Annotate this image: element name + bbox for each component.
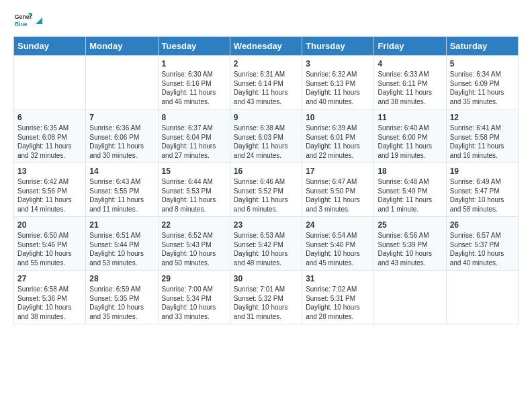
calendar-table: SundayMondayTuesdayWednesdayThursdayFrid… (13, 36, 519, 324)
day-cell: 2Sunrise: 6:31 AMSunset: 6:14 PMDaylight… (230, 56, 302, 109)
day-number: 4 (378, 59, 442, 68)
day-cell: 1Sunrise: 6:30 AMSunset: 6:16 PMDaylight… (158, 56, 230, 109)
day-number: 19 (450, 167, 515, 176)
day-number: 2 (234, 59, 298, 68)
day-cell: 6Sunrise: 6:35 AMSunset: 6:08 PMDaylight… (14, 109, 86, 163)
day-info: Sunrise: 6:53 AMSunset: 5:42 PMDaylight:… (234, 231, 298, 267)
day-info: Sunrise: 6:34 AMSunset: 6:09 PMDaylight:… (450, 70, 515, 106)
weekday-header-monday: Monday (86, 37, 158, 56)
day-info: Sunrise: 6:32 AMSunset: 6:13 PMDaylight:… (306, 70, 370, 106)
day-info: Sunrise: 6:59 AMSunset: 5:35 PMDaylight:… (89, 285, 154, 321)
day-info: Sunrise: 6:52 AMSunset: 5:43 PMDaylight:… (162, 231, 226, 267)
day-number: 26 (450, 220, 515, 230)
weekday-header-tuesday: Tuesday (158, 37, 230, 56)
day-cell: 13Sunrise: 6:42 AMSunset: 5:56 PMDayligh… (14, 163, 86, 217)
day-cell: 11Sunrise: 6:40 AMSunset: 6:00 PMDayligh… (374, 109, 446, 163)
day-number: 28 (89, 274, 154, 283)
day-number: 31 (306, 274, 370, 283)
day-number: 29 (162, 274, 226, 283)
day-cell: 15Sunrise: 6:44 AMSunset: 5:53 PMDayligh… (158, 163, 230, 217)
day-number: 15 (162, 167, 226, 176)
day-info: Sunrise: 6:58 AMSunset: 5:36 PMDaylight:… (17, 285, 82, 321)
day-info: Sunrise: 6:42 AMSunset: 5:56 PMDaylight:… (17, 177, 82, 214)
day-info: Sunrise: 7:00 AMSunset: 5:34 PMDaylight:… (162, 285, 226, 321)
day-cell: 14Sunrise: 6:43 AMSunset: 5:55 PMDayligh… (86, 163, 158, 217)
day-cell: 16Sunrise: 6:46 AMSunset: 5:52 PMDayligh… (230, 163, 302, 217)
weekday-header-sunday: Sunday (14, 37, 86, 56)
day-cell: 26Sunrise: 6:57 AMSunset: 5:37 PMDayligh… (446, 217, 518, 271)
day-number: 13 (17, 167, 82, 176)
day-cell: 30Sunrise: 7:01 AMSunset: 5:32 PMDayligh… (230, 271, 302, 324)
day-info: Sunrise: 6:37 AMSunset: 6:04 PMDaylight:… (162, 124, 226, 160)
day-info: Sunrise: 6:50 AMSunset: 5:46 PMDaylight:… (17, 231, 82, 267)
day-info: Sunrise: 6:39 AMSunset: 6:01 PMDaylight:… (306, 124, 370, 160)
day-cell: 31Sunrise: 7:02 AMSunset: 5:31 PMDayligh… (302, 271, 374, 324)
day-info: Sunrise: 6:47 AMSunset: 5:50 PMDaylight:… (306, 177, 370, 214)
day-info: Sunrise: 6:48 AMSunset: 5:49 PMDaylight:… (378, 177, 442, 214)
week-row-4: 20Sunrise: 6:50 AMSunset: 5:46 PMDayligh… (14, 217, 519, 271)
day-info: Sunrise: 7:02 AMSunset: 5:31 PMDaylight:… (306, 285, 370, 321)
svg-marker-4 (36, 17, 42, 24)
day-number: 6 (17, 113, 82, 122)
weekday-header-saturday: Saturday (446, 37, 518, 56)
day-cell (374, 271, 446, 324)
day-cell: 8Sunrise: 6:37 AMSunset: 6:04 PMDaylight… (158, 109, 230, 163)
day-cell: 9Sunrise: 6:38 AMSunset: 6:03 PMDaylight… (230, 109, 302, 163)
day-number: 5 (450, 59, 515, 68)
day-cell: 25Sunrise: 6:56 AMSunset: 5:39 PMDayligh… (374, 217, 446, 271)
day-cell: 21Sunrise: 6:51 AMSunset: 5:44 PMDayligh… (86, 217, 158, 271)
day-info: Sunrise: 6:31 AMSunset: 6:14 PMDaylight:… (234, 70, 298, 106)
day-info: Sunrise: 7:01 AMSunset: 5:32 PMDaylight:… (234, 285, 298, 321)
day-cell: 24Sunrise: 6:54 AMSunset: 5:40 PMDayligh… (302, 217, 374, 271)
day-cell: 18Sunrise: 6:48 AMSunset: 5:49 PMDayligh… (374, 163, 446, 217)
day-info: Sunrise: 6:46 AMSunset: 5:52 PMDaylight:… (234, 177, 298, 214)
day-info: Sunrise: 6:43 AMSunset: 5:55 PMDaylight:… (89, 177, 154, 214)
week-row-3: 13Sunrise: 6:42 AMSunset: 5:56 PMDayligh… (14, 163, 519, 217)
day-info: Sunrise: 6:30 AMSunset: 6:16 PMDaylight:… (162, 70, 226, 106)
page: General Blue SundayMondayTuesdayWed (0, 0, 532, 335)
day-info: Sunrise: 6:36 AMSunset: 6:06 PMDaylight:… (89, 124, 154, 160)
day-number: 27 (17, 274, 82, 283)
day-cell: 7Sunrise: 6:36 AMSunset: 6:06 PMDaylight… (86, 109, 158, 163)
day-number: 17 (306, 167, 370, 176)
day-number: 18 (378, 167, 442, 176)
day-cell: 23Sunrise: 6:53 AMSunset: 5:42 PMDayligh… (230, 217, 302, 271)
weekday-header-thursday: Thursday (302, 37, 374, 56)
day-cell: 29Sunrise: 7:00 AMSunset: 5:34 PMDayligh… (158, 271, 230, 324)
day-number: 16 (234, 167, 298, 176)
day-number: 8 (162, 113, 226, 122)
day-cell: 28Sunrise: 6:59 AMSunset: 5:35 PMDayligh… (86, 271, 158, 324)
day-cell (446, 271, 518, 324)
week-row-1: 1Sunrise: 6:30 AMSunset: 6:16 PMDaylight… (14, 56, 519, 109)
day-number: 20 (17, 220, 82, 230)
logo-triangle-icon (34, 16, 44, 26)
day-info: Sunrise: 6:40 AMSunset: 6:00 PMDaylight:… (378, 124, 442, 160)
day-number: 25 (378, 220, 442, 230)
day-cell: 5Sunrise: 6:34 AMSunset: 6:09 PMDaylight… (446, 56, 518, 109)
day-info: Sunrise: 6:57 AMSunset: 5:37 PMDaylight:… (450, 231, 515, 267)
day-info: Sunrise: 6:56 AMSunset: 5:39 PMDaylight:… (378, 231, 442, 267)
day-number: 11 (378, 113, 442, 122)
day-info: Sunrise: 6:38 AMSunset: 6:03 PMDaylight:… (234, 124, 298, 160)
day-number: 3 (306, 59, 370, 68)
logo-icon: General Blue (13, 11, 32, 30)
day-number: 14 (89, 167, 154, 176)
day-number: 9 (234, 113, 298, 122)
logo: General Blue (13, 11, 44, 30)
day-info: Sunrise: 6:49 AMSunset: 5:47 PMDaylight:… (450, 177, 515, 214)
day-cell (86, 56, 158, 109)
week-row-2: 6Sunrise: 6:35 AMSunset: 6:08 PMDaylight… (14, 109, 519, 163)
day-cell: 12Sunrise: 6:41 AMSunset: 5:58 PMDayligh… (446, 109, 518, 163)
day-cell: 27Sunrise: 6:58 AMSunset: 5:36 PMDayligh… (14, 271, 86, 324)
day-number: 22 (162, 220, 226, 230)
day-cell: 22Sunrise: 6:52 AMSunset: 5:43 PMDayligh… (158, 217, 230, 271)
weekday-header-row: SundayMondayTuesdayWednesdayThursdayFrid… (14, 37, 519, 56)
day-info: Sunrise: 6:54 AMSunset: 5:40 PMDaylight:… (306, 231, 370, 267)
week-row-5: 27Sunrise: 6:58 AMSunset: 5:36 PMDayligh… (14, 271, 519, 324)
day-info: Sunrise: 6:51 AMSunset: 5:44 PMDaylight:… (89, 231, 154, 267)
day-cell: 10Sunrise: 6:39 AMSunset: 6:01 PMDayligh… (302, 109, 374, 163)
day-number: 12 (450, 113, 515, 122)
day-info: Sunrise: 6:44 AMSunset: 5:53 PMDaylight:… (162, 177, 226, 214)
day-cell: 3Sunrise: 6:32 AMSunset: 6:13 PMDaylight… (302, 56, 374, 109)
weekday-header-friday: Friday (374, 37, 446, 56)
